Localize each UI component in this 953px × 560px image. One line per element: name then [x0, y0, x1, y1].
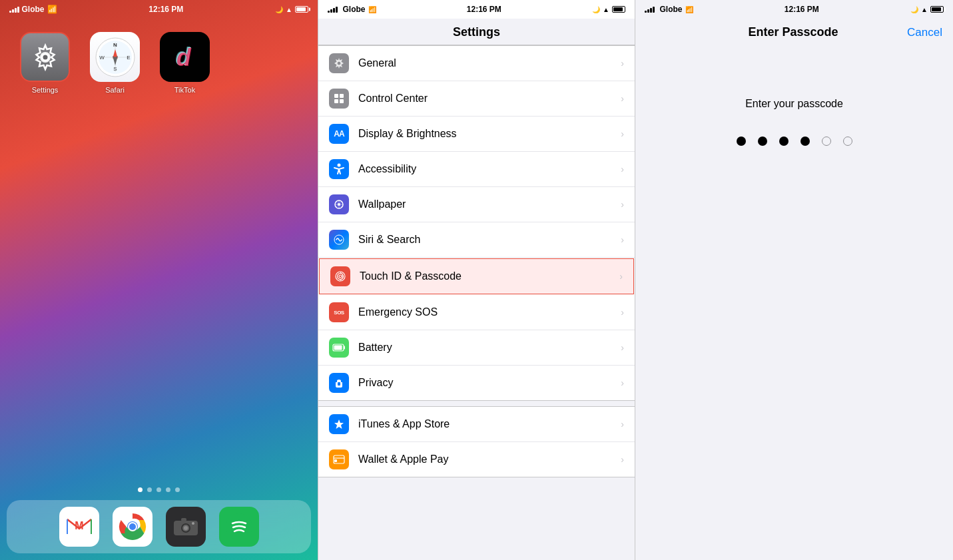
settings-gear-svg	[31, 43, 60, 72]
settings-row-general[interactable]: General ›	[318, 46, 635, 81]
battery-icon-passcode	[930, 6, 944, 13]
settings-row-touchid[interactable]: Touch ID & Passcode ›	[319, 258, 634, 294]
svg-point-33	[338, 62, 341, 65]
svg-point-30	[192, 522, 194, 525]
display-text-icon: AA	[334, 129, 344, 139]
app-icon-safari[interactable]: N S E W	[90, 32, 140, 82]
icon-sos: SOS	[329, 302, 349, 322]
icon-row-1: Settings N S E W	[20, 32, 298, 94]
page-dot-2	[147, 487, 152, 492]
dock-icon-gmail[interactable]: M	[59, 507, 99, 547]
settings-row-control-center[interactable]: Control Center ›	[318, 81, 635, 117]
app-label-settings: Settings	[32, 86, 59, 94]
svg-rect-35	[340, 94, 344, 98]
label-sos: Emergency SOS	[358, 306, 621, 318]
svg-text:d: d	[176, 44, 192, 71]
label-control-center: Control Center	[358, 93, 621, 105]
dock-icon-camera[interactable]	[166, 507, 206, 547]
passcode-page-title: Enter Passcode	[748, 25, 838, 39]
chevron-general: ›	[621, 58, 624, 69]
svg-text:S: S	[113, 66, 117, 72]
chevron-appstore: ›	[621, 419, 624, 429]
icon-appstore	[329, 414, 349, 434]
icon-siri	[329, 230, 349, 250]
spotify-svg	[226, 513, 252, 540]
app-safari-wrapper[interactable]: N S E W Safari	[90, 32, 140, 94]
passcode-dot-5	[822, 137, 831, 146]
settings-row-sos[interactable]: SOS Emergency SOS ›	[318, 295, 635, 330]
label-wallet: Wallet & Apple Pay	[358, 453, 621, 465]
carrier-passcode: Globe	[660, 5, 683, 14]
general-gear-icon	[333, 57, 345, 69]
app-icon-tiktok[interactable]: d d d	[160, 32, 210, 82]
icon-wallpaper	[329, 194, 349, 214]
wallet-icon	[333, 455, 345, 464]
settings-row-battery[interactable]: Battery ›	[318, 330, 635, 366]
siri-icon	[333, 234, 345, 246]
page-dot-1	[138, 487, 143, 492]
svg-rect-36	[334, 99, 338, 103]
chevron-control-center: ›	[621, 93, 624, 104]
icon-general	[329, 53, 349, 73]
chevron-battery: ›	[621, 342, 624, 353]
settings-row-appstore[interactable]: iTunes & App Store ›	[318, 407, 635, 442]
location-icon-home: ▲	[286, 6, 292, 13]
status-carrier-home: Globe 📶	[9, 5, 57, 14]
icon-accessibility	[329, 159, 349, 179]
settings-row-accessibility[interactable]: Accessibility ›	[318, 152, 635, 187]
signal-bars-passcode	[645, 6, 655, 13]
status-right-settings: 🌙 ▲	[592, 6, 625, 13]
gmail-svg: M	[66, 517, 93, 537]
chevron-sos: ›	[621, 307, 624, 318]
label-display: Display & Brightness	[358, 128, 621, 140]
settings-row-display[interactable]: AA Display & Brightness ›	[318, 117, 635, 152]
settings-row-wallet[interactable]: Wallet & Apple Pay ›	[318, 442, 635, 477]
settings-row-wallpaper[interactable]: Wallpaper ›	[318, 187, 635, 222]
label-battery: Battery	[358, 342, 621, 354]
carrier-name-home: Globe	[22, 5, 45, 14]
settings-list[interactable]: General › Control Center ›	[318, 45, 635, 560]
settings-section-1: General › Control Center ›	[318, 45, 635, 401]
svg-text:M: M	[75, 520, 83, 531]
app-label-tiktok: TikTok	[174, 86, 195, 94]
svg-rect-37	[340, 99, 344, 103]
signal-bars-home	[9, 6, 19, 13]
dock-icon-chrome[interactable]	[113, 507, 153, 547]
app-tiktok-wrapper[interactable]: d d d TikTok	[160, 32, 210, 94]
moon-icon-home: 🌙	[275, 6, 283, 13]
label-privacy: Privacy	[358, 377, 621, 389]
svg-point-46	[339, 275, 342, 278]
tiktok-logo-svg: d d d	[170, 43, 200, 72]
icon-control-center	[329, 89, 349, 109]
chevron-privacy: ›	[621, 378, 624, 388]
status-right-passcode: 🌙 ▲	[910, 6, 944, 13]
label-wallpaper: Wallpaper	[358, 198, 621, 210]
time-home: 12:16 PM	[149, 5, 183, 14]
sos-text-icon: SOS	[334, 310, 344, 316]
passcode-cancel-button[interactable]: Cancel	[907, 26, 942, 39]
touchid-icon	[334, 270, 346, 282]
safari-compass-svg: N S E W	[95, 37, 135, 77]
svg-text:N: N	[113, 42, 117, 48]
settings-row-privacy[interactable]: Privacy ›	[318, 366, 635, 400]
settings-row-siri[interactable]: Siri & Search ›	[318, 222, 635, 258]
status-carrier-passcode: Globe 📶	[645, 5, 693, 14]
passcode-panel: Globe 📶 12:16 PM 🌙 ▲ Cancel Enter Passco…	[635, 0, 953, 560]
passcode-dots-container	[737, 137, 852, 146]
battery-settings-icon	[332, 344, 346, 352]
chrome-svg	[118, 512, 147, 541]
dock-icon-spotify[interactable]	[219, 507, 259, 547]
passcode-dot-6	[843, 137, 852, 146]
home-screen: Globe 📶 12:16 PM 🌙 ▲	[0, 0, 318, 560]
time-settings: 12:16 PM	[467, 5, 501, 14]
svg-rect-34	[334, 94, 338, 98]
svg-rect-50	[338, 382, 340, 386]
label-accessibility: Accessibility	[358, 163, 621, 175]
location-icon-passcode: ▲	[921, 6, 928, 13]
app-icon-settings[interactable]	[20, 32, 70, 82]
status-right-home: 🌙 ▲	[275, 6, 308, 13]
app-settings-wrapper[interactable]: Settings	[20, 32, 70, 94]
passcode-prompt-text: Enter your passcode	[745, 98, 843, 110]
page-dot-5	[175, 487, 180, 492]
wifi-icon-settings: 📶	[368, 6, 376, 13]
